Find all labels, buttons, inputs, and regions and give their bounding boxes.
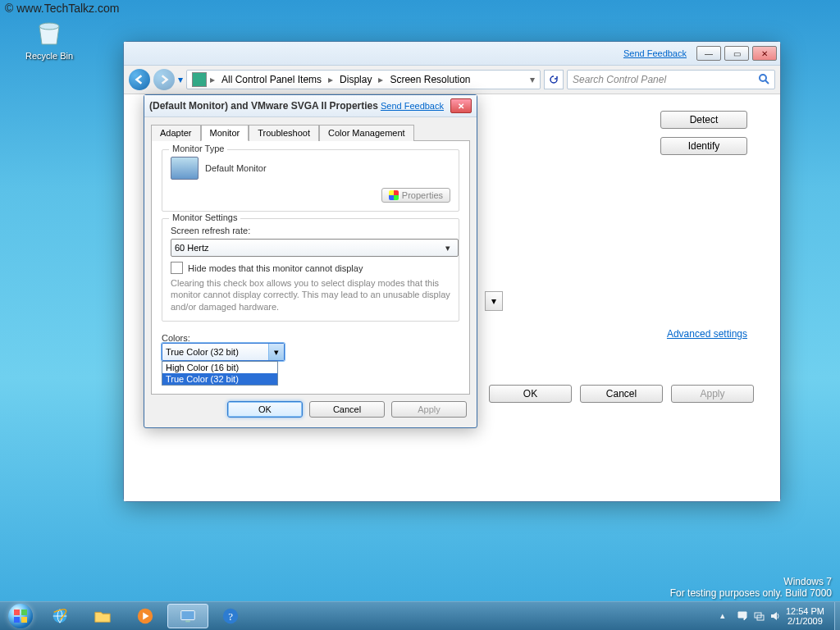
group-title: Monitor Type <box>169 144 227 153</box>
chevron-down-icon: ▾ <box>441 243 454 253</box>
clock-date: 2/1/2009 <box>786 616 824 626</box>
monitor-properties-dialog: (Default Monitor) and VMware SVGA II Pro… <box>144 94 477 428</box>
tab-monitor[interactable]: Monitor <box>201 125 249 141</box>
taskbar: ? ▴ 12:54 PM 2/1/2009 <box>0 601 840 630</box>
taskbar-help[interactable]: ? <box>210 604 251 628</box>
search-placeholder: Search Control Panel <box>573 74 666 85</box>
start-orb-icon <box>8 604 33 628</box>
watermark-line1: Windows 7 <box>670 576 832 587</box>
detect-button[interactable]: Detect <box>660 111 747 129</box>
refresh-button[interactable] <box>544 70 564 89</box>
tab-monitor-panel: Monitor Type Default Monitor Properties … <box>151 140 470 395</box>
refresh-rate-combo[interactable]: 60 Hertz ▾ <box>171 239 459 257</box>
hide-modes-hint: Clearing this check box allows you to se… <box>171 277 450 313</box>
monitor-icon <box>171 157 199 180</box>
group-title: Monitor Settings <box>169 212 240 222</box>
monitor-settings-group: Monitor Settings Screen refresh rate: 60… <box>162 218 459 322</box>
display-selector-dropdown[interactable]: ▾ <box>485 291 503 311</box>
ok-button[interactable]: OK <box>489 385 572 403</box>
svg-text:?: ? <box>228 611 233 623</box>
back-button[interactable] <box>129 69 150 90</box>
breadcrumb-item[interactable]: Display <box>336 72 375 87</box>
chevron-right-icon: ▸ <box>210 74 215 85</box>
recent-pages-chevron[interactable]: ▾ <box>178 74 183 85</box>
windows-flag-icon <box>14 609 27 623</box>
apply-button: Apply <box>391 401 467 418</box>
refresh-rate-label: Screen refresh rate: <box>171 226 450 235</box>
search-box[interactable]: Search Control Panel <box>567 70 775 89</box>
system-tray: ▴ 12:54 PM 2/1/2009 <box>717 606 833 626</box>
breadcrumb-item[interactable]: All Control Panel Items <box>218 72 325 87</box>
refresh-icon <box>549 75 559 84</box>
send-feedback-link[interactable]: Send Feedback <box>623 48 687 58</box>
dialog-title: (Default Monitor) and VMware SVGA II Pro… <box>149 100 381 112</box>
watermark-line2: For testing purposes only. Build 7000 <box>670 587 832 599</box>
recycle-bin-icon <box>33 16 66 49</box>
display-icon <box>192 72 207 87</box>
colors-option-16bit[interactable]: High Color (16 bit) <box>162 362 277 373</box>
ok-button[interactable]: OK <box>227 401 303 418</box>
svg-rect-5 <box>185 621 190 623</box>
svg-point-0 <box>39 23 59 30</box>
desktop-icon-recycle-bin[interactable]: Recycle Bin <box>25 16 74 61</box>
network-icon[interactable] <box>753 610 765 622</box>
cancel-button[interactable]: Cancel <box>309 401 385 418</box>
chevron-down-icon: ▾ <box>491 295 496 307</box>
taskbar-explorer[interactable] <box>82 604 123 628</box>
dialog-buttons: OK Cancel Apply <box>144 401 477 427</box>
taskbar-clock[interactable]: 12:54 PM 2/1/2009 <box>786 606 829 626</box>
display-side-buttons: Detect Identify <box>660 111 747 155</box>
identify-button[interactable]: Identify <box>660 137 747 155</box>
colors-combo[interactable]: True Color (32 bit) ▾ <box>162 343 285 361</box>
tab-adapter[interactable]: Adapter <box>151 125 201 141</box>
breadcrumb-item[interactable]: Screen Resolution <box>386 72 473 87</box>
close-button[interactable]: ✕ <box>752 46 777 61</box>
window-titlebar: Send Feedback — ▭ ✕ <box>124 42 780 66</box>
maximize-button[interactable]: ▭ <box>724 46 749 61</box>
clock-time: 12:54 PM <box>786 606 824 616</box>
svg-point-1 <box>760 75 766 81</box>
action-center-icon[interactable] <box>737 610 748 622</box>
taskbar-ie[interactable] <box>39 604 80 628</box>
forward-button[interactable] <box>153 69 175 90</box>
monitor-type-group: Monitor Type Default Monitor Properties <box>162 149 459 212</box>
cancel-button[interactable]: Cancel <box>580 385 663 403</box>
help-icon: ? <box>221 607 240 625</box>
minimize-button[interactable]: — <box>696 46 721 61</box>
windows-watermark: Windows 7 For testing purposes only. Bui… <box>670 576 832 599</box>
colors-section: Colors: True Color (32 bit) ▾ High Color… <box>162 333 459 386</box>
volume-icon[interactable] <box>769 610 781 622</box>
svg-rect-4 <box>181 611 195 620</box>
start-button[interactable] <box>3 604 38 628</box>
colors-option-32bit[interactable]: True Color (32 bit) <box>162 373 277 385</box>
arrow-right-icon <box>159 75 169 84</box>
button-label: Properties <box>402 190 443 200</box>
send-feedback-link[interactable]: Send Feedback <box>381 101 444 111</box>
tab-troubleshoot[interactable]: Troubleshoot <box>249 125 319 141</box>
taskbar-control-panel[interactable] <box>167 604 208 628</box>
media-player-icon <box>135 607 155 625</box>
page-watermark: © www.TechTalkz.com <box>5 2 119 15</box>
arrow-left-icon <box>135 75 144 84</box>
close-button[interactable]: ✕ <box>450 98 472 113</box>
colors-dropdown-list: High Color (16 bit) True Color (32 bit) <box>162 361 278 386</box>
dialog-tabs: Adapter Monitor Troubleshoot Color Manag… <box>144 117 477 140</box>
display-settings-icon <box>178 607 198 625</box>
show-desktop-button[interactable] <box>834 602 840 630</box>
address-bar[interactable]: ▸ All Control Panel Items ▸ Display ▸ Sc… <box>186 70 541 89</box>
hide-modes-checkbox[interactable] <box>171 262 183 274</box>
search-icon <box>758 73 769 87</box>
navigation-bar: ▾ ▸ All Control Panel Items ▸ Display ▸ … <box>124 66 780 94</box>
chevron-down-icon[interactable]: ▾ <box>530 74 535 85</box>
monitor-name: Default Monitor <box>205 163 267 173</box>
tray-chevron-icon[interactable]: ▴ <box>720 610 732 622</box>
taskbar-media-player[interactable] <box>125 604 166 628</box>
monitor-properties-button: Properties <box>381 188 450 203</box>
folder-icon <box>93 607 112 625</box>
advanced-settings-link[interactable]: Advanced settings <box>667 328 747 340</box>
colors-label: Colors: <box>162 333 459 343</box>
apply-button: Apply <box>671 385 754 403</box>
hide-modes-label: Hide modes that this monitor cannot disp… <box>188 263 363 273</box>
dialog-titlebar: (Default Monitor) and VMware SVGA II Pro… <box>144 95 477 117</box>
tab-color-management[interactable]: Color Management <box>319 125 414 141</box>
